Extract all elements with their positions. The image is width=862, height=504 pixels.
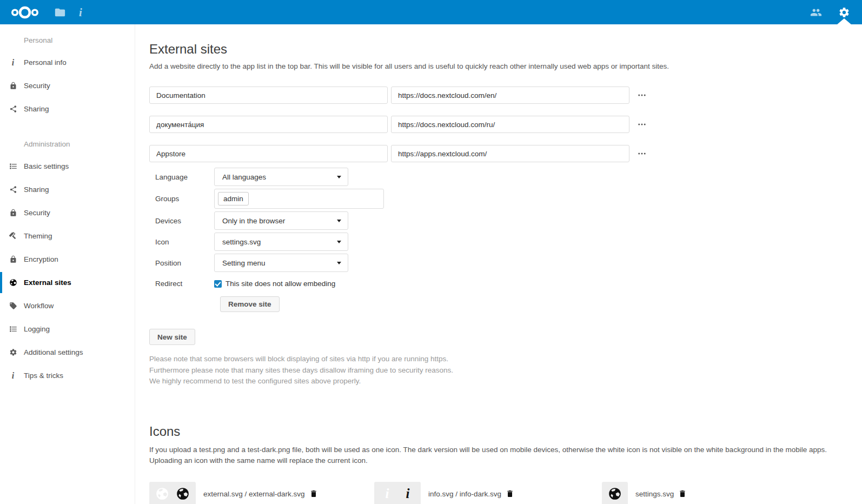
sidebar-item-workflow[interactable]: Workflow — [0, 294, 135, 317]
icon-preview — [149, 482, 196, 504]
note-line: We highly recommend to test the configur… — [149, 376, 862, 387]
sidebar-item-security-personal[interactable]: Security — [0, 74, 135, 97]
icon-label: Icon — [149, 238, 214, 246]
sidebar-section-personal: Personal — [0, 29, 135, 51]
external-site-info-app-icon[interactable]: i — [79, 6, 91, 18]
language-select[interactable]: All languages — [214, 168, 348, 186]
icons-description-line1: If you upload a test.png and a test-dark… — [149, 445, 862, 456]
topbar: i — [0, 0, 862, 24]
icons-description-line2: Uploading an icon with the same name wil… — [149, 455, 862, 467]
icons-section: Icons If you upload a test.png and a tes… — [149, 424, 862, 504]
redirect-checkbox[interactable] — [214, 280, 222, 288]
sidebar-item-theming[interactable]: Theming — [0, 224, 135, 248]
groups-label: Groups — [149, 195, 214, 203]
lock-icon — [9, 209, 17, 217]
info-dark-icon: i — [401, 487, 415, 501]
icon-filename: settings.svg — [635, 490, 674, 498]
sidebar-item-security-admin[interactable]: Security — [0, 201, 135, 224]
globe-dark-icon — [176, 487, 190, 501]
paint-roller-icon — [9, 232, 17, 241]
sidebar-item-additional-settings[interactable]: Additional settings — [0, 341, 135, 364]
icon-preview — [602, 482, 628, 504]
nextcloud-logo-icon[interactable] — [8, 5, 42, 19]
note-line: Please note that some browsers will bloc… — [149, 354, 862, 365]
site-name-input[interactable] — [149, 87, 388, 104]
external-sites-settings-panel: External sites Add a website directly to… — [135, 24, 862, 504]
chevron-down-icon — [337, 262, 341, 264]
info-icon: i — [9, 372, 17, 380]
notes: Please note that some browsers will bloc… — [149, 354, 862, 387]
lock-icon — [9, 255, 17, 264]
share-icon — [9, 185, 17, 194]
chevron-down-icon — [337, 176, 341, 178]
language-label: Language — [149, 173, 214, 181]
share-icon — [9, 105, 17, 114]
site-name-input[interactable] — [149, 116, 388, 133]
icon-filename: info.svg / info-dark.svg — [428, 490, 501, 498]
delete-icon-button[interactable] — [309, 489, 319, 499]
delete-icon-button[interactable] — [506, 489, 515, 499]
uploaded-icon-row: i i info.svg / info-dark.svg — [374, 482, 602, 504]
icon-preview: i i — [374, 482, 421, 504]
redirect-checkbox-label: This site does not allow embeding — [226, 280, 335, 288]
sidebar-item-personal-info[interactable]: i Personal info — [0, 51, 135, 74]
icon-select[interactable]: settings.svg — [214, 233, 348, 251]
files-app-icon[interactable] — [54, 6, 66, 18]
site-settings-block: Language All languages Groups admin Devi… — [149, 168, 862, 312]
globe-dark-icon — [608, 487, 622, 501]
page-title: External sites — [149, 42, 862, 57]
sidebar-item-sharing-admin[interactable]: Sharing — [0, 178, 135, 201]
sidebar-item-logging[interactable]: Logging — [0, 317, 135, 341]
group-chip[interactable]: admin — [218, 192, 249, 205]
list-icon — [9, 325, 17, 334]
sidebar-item-tips-tricks[interactable]: i Tips & tricks — [0, 364, 135, 387]
position-label: Position — [149, 259, 214, 267]
globe-icon — [9, 278, 17, 287]
sidebar-item-external-sites[interactable]: External sites — [0, 271, 135, 294]
sidebar-item-encryption[interactable]: Encryption — [0, 248, 135, 271]
active-menu-pointer — [837, 18, 852, 25]
new-site-button[interactable]: New site — [149, 329, 195, 345]
redirect-label: Redirect — [149, 280, 214, 288]
sidebar-section-administration: Administration — [0, 132, 135, 155]
site-options-menu-icon[interactable] — [637, 118, 649, 130]
site-row — [149, 87, 862, 104]
gear-icon — [9, 348, 17, 357]
chevron-down-icon — [337, 241, 341, 243]
remove-site-button[interactable]: Remove site — [220, 296, 280, 312]
site-name-input[interactable] — [149, 145, 388, 162]
uploaded-icon-row: external.svg / external-dark.svg — [149, 482, 374, 504]
info-white-icon: i — [380, 487, 394, 501]
settings-menu-icon[interactable] — [838, 6, 850, 18]
site-url-input[interactable] — [391, 145, 629, 162]
site-url-input[interactable] — [391, 116, 629, 133]
uploaded-icon-row: settings.svg — [602, 482, 688, 504]
list-icon — [9, 162, 17, 171]
site-url-input[interactable] — [391, 87, 629, 104]
globe-white-icon — [155, 487, 169, 501]
info-icon: i — [9, 58, 17, 67]
lock-icon — [9, 82, 17, 90]
sidebar-item-basic-settings[interactable]: Basic settings — [0, 155, 135, 178]
icons-section-title: Icons — [149, 424, 862, 439]
devices-label: Devices — [149, 217, 214, 225]
icon-filename: external.svg / external-dark.svg — [203, 490, 305, 498]
sidebar-item-sharing-personal[interactable]: Sharing — [0, 97, 135, 121]
tag-icon — [9, 302, 17, 310]
site-options-menu-icon[interactable] — [637, 89, 649, 101]
chevron-down-icon — [337, 220, 341, 222]
note-line: Furthermore please note that many sites … — [149, 365, 862, 376]
position-select[interactable]: Setting menu — [214, 254, 348, 272]
delete-icon-button[interactable] — [678, 489, 688, 499]
devices-select[interactable]: Only in the browser — [214, 211, 348, 230]
settings-sidebar: Personal i Personal info Security Sharin… — [0, 24, 135, 504]
groups-input[interactable]: admin — [214, 189, 384, 209]
contacts-menu-icon[interactable] — [810, 6, 822, 18]
site-options-menu-icon[interactable] — [637, 148, 649, 160]
site-row — [149, 116, 862, 133]
page-description: Add a website directly to the app list i… — [149, 62, 862, 70]
site-row — [149, 145, 862, 162]
